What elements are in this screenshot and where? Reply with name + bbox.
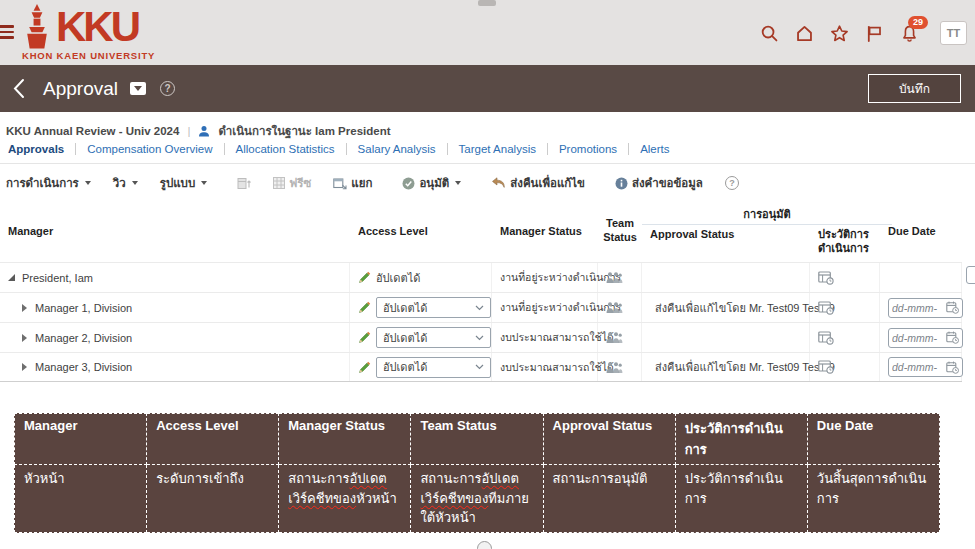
team-people-icon[interactable] bbox=[606, 301, 623, 314]
tab-target-analysis[interactable]: Target Analysis bbox=[448, 143, 547, 155]
due-date-cell bbox=[880, 353, 962, 381]
kku-tower-icon bbox=[22, 4, 52, 49]
format-menu[interactable]: รูปแบบ bbox=[160, 174, 208, 192]
legend-header: Team Status bbox=[411, 414, 543, 465]
tab-salary-analysis[interactable]: Salary Analysis bbox=[347, 143, 447, 155]
brand-subtext: KHON KAEN UNIVERSITY bbox=[22, 50, 155, 61]
due-date-cell bbox=[880, 263, 962, 292]
action-history-icon[interactable] bbox=[818, 360, 834, 374]
tab-bar: Approvals Compensation Overview Allocati… bbox=[6, 143, 681, 155]
col-header-team-status: Team Status bbox=[598, 200, 642, 262]
page-title: Approval bbox=[43, 78, 118, 100]
detach-button[interactable]: แยก bbox=[333, 174, 372, 192]
chevron-down-icon bbox=[455, 181, 461, 185]
team-people-icon[interactable] bbox=[606, 331, 623, 344]
table-row[interactable]: Manager 1, Division อัปเดตได้ งานที่อยู่… bbox=[0, 292, 962, 322]
acting-as-text: ดำเนินการในฐานะ Iam President bbox=[218, 122, 390, 140]
scroll-artifact bbox=[477, 541, 492, 549]
due-date-cell bbox=[880, 323, 962, 352]
date-picker-icon[interactable] bbox=[946, 301, 959, 314]
actions-menu[interactable]: การดำเนินการ bbox=[6, 174, 91, 192]
user-avatar[interactable]: TT bbox=[940, 21, 967, 45]
date-picker-icon[interactable] bbox=[946, 331, 959, 344]
brand-text: KKU bbox=[56, 5, 138, 49]
approval-status-cell: ส่งคืนเพื่อแก้ไขโดย Mr. Test09 Test09 bbox=[642, 353, 810, 381]
manager-name: Manager 3, Division bbox=[35, 361, 132, 373]
return-arrow-icon bbox=[491, 177, 506, 189]
manager-status-value: งานที่อยู่ระหว่างดำเนินการ bbox=[492, 293, 598, 322]
approve-check-icon bbox=[402, 177, 415, 190]
home-icon[interactable] bbox=[794, 23, 814, 43]
col-header-manager-status: Manager Status bbox=[492, 200, 598, 262]
search-icon[interactable] bbox=[759, 23, 779, 43]
access-level-select[interactable]: อัปเดตได้ bbox=[376, 357, 491, 378]
tree-expand-icon[interactable] bbox=[22, 334, 27, 342]
title-dropdown-icon[interactable] bbox=[130, 82, 146, 95]
due-date-input[interactable] bbox=[892, 302, 946, 314]
tab-alerts[interactable]: Alerts bbox=[629, 143, 680, 155]
access-level-select[interactable]: อัปเดตได้ bbox=[376, 297, 491, 318]
save-button[interactable]: บันทึก bbox=[868, 74, 961, 103]
table-row[interactable]: President, Iam อัปเดตได้ งานที่อยู่ระหว่… bbox=[0, 262, 962, 292]
tab-allocation-statistics[interactable]: Allocation Statistics bbox=[225, 143, 346, 155]
due-date-field bbox=[888, 328, 963, 348]
tab-approvals[interactable]: Approvals bbox=[6, 143, 75, 155]
date-picker-icon[interactable] bbox=[946, 361, 959, 374]
team-people-icon[interactable] bbox=[606, 271, 623, 284]
favorites-star-icon[interactable] bbox=[829, 23, 849, 43]
approval-status-value: ส่งคืนเพื่อแก้ไขโดย Mr. Test09 Test09 bbox=[655, 358, 835, 376]
info-icon bbox=[615, 177, 628, 190]
legend-header-row: Manager Access Level Manager Status Team… bbox=[15, 414, 940, 465]
legend-desc: วันสิ้นสุดการดำเนินการ bbox=[807, 465, 939, 533]
tree-expand-icon[interactable] bbox=[22, 304, 27, 312]
title-help-icon[interactable]: ? bbox=[160, 81, 175, 96]
due-date-input[interactable] bbox=[892, 332, 946, 344]
action-history-icon[interactable] bbox=[818, 301, 834, 315]
chevron-down-icon bbox=[132, 181, 138, 185]
view-menu[interactable]: วิว bbox=[113, 174, 138, 192]
tree-expand-icon[interactable] bbox=[22, 363, 27, 371]
back-icon[interactable] bbox=[12, 78, 25, 99]
request-information-button[interactable]: ส่งคำขอข้อมูล bbox=[615, 174, 703, 192]
kku-logo: KKU KHON KAEN UNIVERSITY bbox=[22, 4, 155, 61]
table-row[interactable]: Manager 2, Division อัปเดตได้ งบประมาณสา… bbox=[0, 322, 962, 352]
legend-desc: สถานะการอัปเดตเวิร์คชีทของทีมภายใต้หัวหน… bbox=[411, 465, 543, 533]
top-header-bar: KKU KHON KAEN UNIVERSITY 29 TT bbox=[0, 0, 975, 65]
tab-compensation-overview[interactable]: Compensation Overview bbox=[76, 143, 223, 155]
table-row[interactable]: Manager 3, Division อัปเดตได้ งบประมาณสา… bbox=[0, 352, 962, 382]
due-date-cell bbox=[880, 293, 962, 322]
approve-button[interactable]: อนุมัติ bbox=[402, 174, 461, 192]
col-group-approval: การอนุมัติ bbox=[642, 205, 892, 223]
legend-header: Access Level bbox=[147, 414, 279, 465]
return-for-correction-button[interactable]: ส่งคืนเพื่อแก้ไข bbox=[491, 174, 585, 192]
col-header-due-date: Due Date bbox=[880, 200, 962, 262]
access-level-value: อัปเดตได้ bbox=[376, 269, 420, 287]
tab-promotions[interactable]: Promotions bbox=[548, 143, 628, 155]
toolbar-help-icon[interactable]: ? bbox=[725, 176, 739, 190]
legend-desc-row: หัวหน้า ระดับการเข้าถึง สถานะการอัปเดตเว… bbox=[15, 465, 940, 533]
legend-desc: หัวหน้า bbox=[15, 465, 147, 533]
access-level-select[interactable]: อัปเดตได้ bbox=[376, 327, 491, 348]
edit-pencil-icon bbox=[358, 301, 371, 314]
hamburger-menu-icon[interactable] bbox=[0, 25, 14, 42]
action-history-icon[interactable] bbox=[818, 271, 834, 285]
legend-header: Manager Status bbox=[279, 414, 411, 465]
due-date-input[interactable] bbox=[892, 361, 946, 373]
freeze-button: ฟรีซ bbox=[273, 174, 311, 192]
chevron-down-icon bbox=[475, 364, 484, 370]
chevron-down-icon bbox=[475, 305, 484, 311]
approval-status-cell bbox=[642, 323, 810, 352]
team-people-icon[interactable] bbox=[606, 361, 623, 374]
divider bbox=[0, 163, 975, 164]
approval-status-cell bbox=[642, 263, 810, 292]
flag-icon[interactable] bbox=[864, 23, 884, 43]
legend-header: Approval Status bbox=[543, 414, 675, 465]
action-history-icon[interactable] bbox=[818, 331, 834, 345]
notification-count-badge: 29 bbox=[908, 16, 928, 29]
legend-header: ประวัติการดำเนินการ bbox=[675, 414, 807, 465]
manager-status-value: งานที่อยู่ระหว่างดำเนินการ bbox=[492, 263, 598, 292]
notifications-bell-icon[interactable]: 29 bbox=[899, 23, 919, 43]
tree-collapse-icon[interactable] bbox=[8, 274, 15, 281]
app-screen: KKU KHON KAEN UNIVERSITY 29 TT bbox=[0, 0, 975, 549]
edit-pencil-icon bbox=[358, 271, 371, 284]
